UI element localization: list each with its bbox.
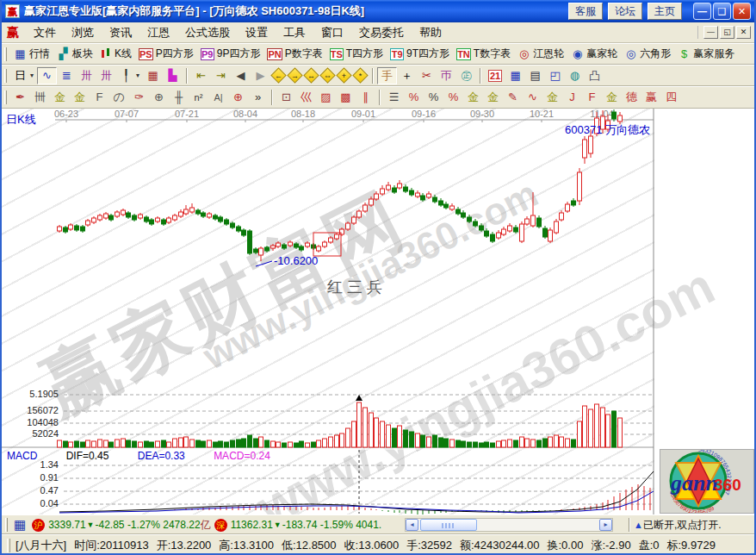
color-histogram-button[interactable]: ▙ bbox=[163, 67, 183, 84]
maximize-button[interactable]: ❑ bbox=[713, 3, 731, 20]
analyze-tool-button[interactable]: ㊣ bbox=[456, 67, 476, 84]
gann-fence-button[interactable]: 卌 bbox=[30, 89, 50, 106]
menu-item-3[interactable]: 江恩 bbox=[139, 23, 177, 42]
child-restore-button[interactable]: ◱ bbox=[720, 26, 734, 39]
p-square-button[interactable]: PSP四方形 bbox=[135, 45, 197, 63]
minimize-button[interactable]: — bbox=[693, 3, 711, 20]
menu-item-8[interactable]: 交易委托 bbox=[351, 23, 412, 42]
hatch-box-2-button[interactable]: ▩ bbox=[336, 89, 356, 106]
red-compass-button[interactable]: ⊕ bbox=[228, 89, 248, 106]
gann-grid-button[interactable]: ▦ bbox=[143, 67, 163, 84]
fib-fence-button[interactable]: F bbox=[90, 89, 109, 106]
percent-plain-button[interactable]: % bbox=[424, 89, 443, 106]
customer-service-button[interactable]: 客服 bbox=[568, 3, 603, 20]
scrollbar-thumb[interactable] bbox=[420, 519, 477, 531]
nav-last-button[interactable]: ⇥ bbox=[211, 67, 231, 84]
steps-tool-button[interactable]: ☰ bbox=[384, 89, 404, 106]
toolbar-grip[interactable] bbox=[4, 69, 7, 83]
cycle-circle-button[interactable]: ⊕ bbox=[149, 89, 169, 106]
angle-de-button[interactable]: 德 bbox=[622, 89, 641, 106]
toolbar-grip[interactable] bbox=[4, 47, 7, 61]
period-day-button[interactable]: 日▾ bbox=[10, 67, 37, 84]
gold-circle-button[interactable]: 金 bbox=[463, 89, 483, 106]
toolbar-grip[interactable] bbox=[4, 90, 7, 104]
t-table-button[interactable]: TNT数字表 bbox=[453, 45, 514, 63]
parallel-lines-button[interactable]: ∥ bbox=[356, 89, 375, 106]
nav-next-button[interactable]: ▶ bbox=[251, 67, 270, 84]
print-button[interactable]: 凸 bbox=[585, 67, 604, 84]
angle-win-button[interactable]: 赢 bbox=[641, 89, 661, 106]
hatch-box-1-button[interactable]: ▨ bbox=[316, 89, 336, 106]
gann-wheel-button[interactable]: ◎江恩轮 bbox=[514, 45, 567, 63]
kline-button[interactable]: K线 bbox=[96, 45, 135, 63]
save-web-button[interactable]: ◍ bbox=[565, 67, 585, 84]
zoom-horizontal-button[interactable]: ↔ bbox=[303, 67, 319, 83]
quote-report-button[interactable]: ≣ bbox=[57, 67, 77, 84]
shift-left-button[interactable]: ← bbox=[270, 67, 286, 83]
bars-9min-button[interactable]: 卅 bbox=[96, 67, 116, 84]
shift-right-button[interactable]: → bbox=[287, 67, 302, 83]
child-close-button[interactable]: ✕ bbox=[736, 26, 751, 39]
fan-lines-button[interactable]: 巛 bbox=[296, 89, 316, 106]
scroll-right-button[interactable]: ▸ bbox=[599, 519, 612, 531]
plain-fence-button[interactable]: ╫ bbox=[169, 89, 189, 106]
brush-fence-button[interactable]: ✑ bbox=[129, 89, 149, 106]
menu-item-5[interactable]: 设置 bbox=[238, 23, 276, 42]
chart-style-button[interactable]: ∿ bbox=[37, 67, 57, 84]
hand-tool-button[interactable]: 手 bbox=[377, 67, 397, 84]
bars-3min-button[interactable]: 卅 bbox=[77, 67, 96, 84]
menu-item-7[interactable]: 窗口 bbox=[313, 23, 351, 42]
box-corner-button[interactable]: ⊡ bbox=[276, 89, 296, 106]
scroll-left-button[interactable]: ◂ bbox=[406, 519, 418, 531]
menu-item-2[interactable]: 资讯 bbox=[102, 23, 139, 42]
zoom-fit-button[interactable]: * bbox=[352, 67, 368, 83]
n-square-button[interactable]: n² bbox=[189, 89, 208, 106]
spiral-tool-button[interactable]: の bbox=[109, 89, 129, 106]
homepage-button[interactable]: 主页 bbox=[648, 3, 682, 20]
menu-item-6[interactable]: 工具 bbox=[276, 23, 313, 42]
nav-prev-button[interactable]: ◀ bbox=[231, 67, 251, 84]
angle-four-button[interactable]: 四 bbox=[661, 89, 681, 106]
more-chevron-button[interactable]: » bbox=[248, 89, 268, 106]
pen-bars-button[interactable]: ✎ bbox=[503, 89, 523, 106]
gold-fence-2-button[interactable]: 金 bbox=[70, 89, 90, 106]
winner-service-button[interactable]: $赢家服务 bbox=[674, 45, 738, 63]
winner-wheel-button[interactable]: ◉赢家轮 bbox=[567, 45, 621, 63]
save-button[interactable]: ◰ bbox=[545, 67, 565, 84]
menu-item-9[interactable]: 帮助 bbox=[412, 23, 449, 42]
chart-region[interactable]: 赢家财富网 www.yingjia360.com www.yingjia360.… bbox=[2, 109, 754, 514]
single-candle-button[interactable]: ╿▾ bbox=[116, 67, 143, 84]
gold-fence-1-button[interactable]: 金 bbox=[50, 89, 70, 106]
nav-first-button[interactable]: ⇤ bbox=[191, 67, 211, 84]
p-table-button[interactable]: PNP数字表 bbox=[263, 45, 325, 63]
percent-slash-button[interactable]: % bbox=[404, 89, 424, 106]
angle-j-button[interactable]: J bbox=[562, 89, 582, 106]
label-tool-button[interactable]: 帀 bbox=[437, 67, 456, 84]
menu-item-0[interactable]: 文件 bbox=[26, 23, 64, 42]
hexagon-button[interactable]: ◎六角形 bbox=[621, 45, 674, 63]
notes-button[interactable]: ▤ bbox=[525, 67, 545, 84]
gold-lines-button[interactable]: 金 bbox=[483, 89, 503, 106]
calculator-button[interactable]: ▦ bbox=[505, 67, 525, 84]
menu-item-1[interactable]: 浏览 bbox=[64, 23, 102, 42]
9p-square-button[interactable]: P99P四方形 bbox=[197, 45, 264, 63]
calendar-button[interactable]: 21 bbox=[485, 68, 505, 84]
wave-gold-button[interactable]: ∿ bbox=[523, 89, 542, 106]
connection-status[interactable]: 已断开,双点打开. bbox=[643, 518, 722, 533]
t-square-button[interactable]: TST四方形 bbox=[326, 45, 387, 63]
gold-box-button[interactable]: 金 bbox=[542, 89, 562, 106]
angle-gold-button[interactable]: 金 bbox=[602, 89, 622, 106]
zoom-all-button[interactable]: + bbox=[336, 67, 351, 83]
cut-tool-button[interactable]: ✂ bbox=[417, 67, 437, 84]
forum-button[interactable]: 论坛 bbox=[608, 3, 642, 20]
angle-f-button[interactable]: F bbox=[582, 89, 602, 106]
percent-line-button[interactable]: % bbox=[443, 89, 463, 106]
close-button[interactable]: ✕ bbox=[733, 3, 751, 20]
menu-item-4[interactable]: 公式选股 bbox=[177, 23, 238, 42]
crosshair-tool-button[interactable]: ＋ bbox=[397, 67, 417, 84]
brush-tool-button[interactable]: ✒ bbox=[10, 89, 30, 106]
sectors-button[interactable]: ▞板块 bbox=[53, 45, 96, 63]
child-minimize-button[interactable]: — bbox=[703, 26, 718, 39]
9t-square-button[interactable]: T99T四方形 bbox=[387, 45, 453, 63]
horizontal-scrollbar[interactable]: ◂ ▸ bbox=[405, 518, 613, 532]
